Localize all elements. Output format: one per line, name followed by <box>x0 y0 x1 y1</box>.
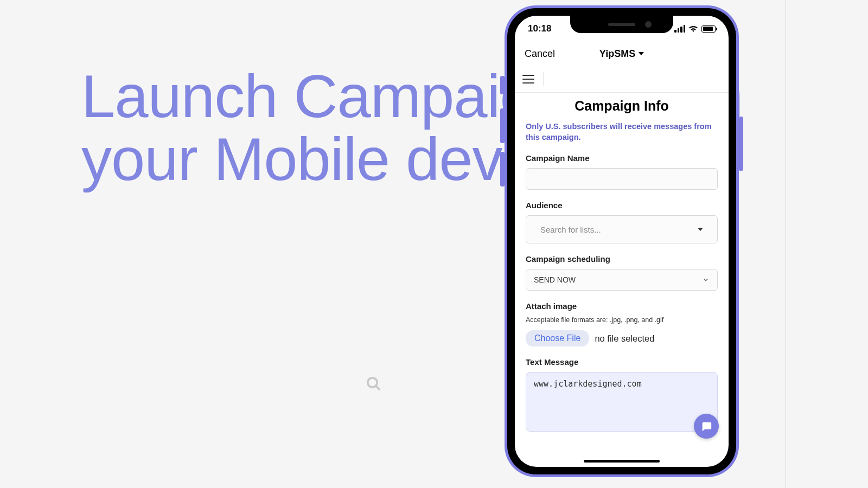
text-message-input[interactable] <box>526 372 718 432</box>
campaign-name-input[interactable] <box>526 168 718 190</box>
search-icon <box>366 376 382 394</box>
home-indicator <box>584 460 660 463</box>
status-time: 10:18 <box>528 23 551 34</box>
svg-line-1 <box>376 386 379 389</box>
caret-down-icon <box>698 228 703 231</box>
scheduling-label: Campaign scheduling <box>526 254 718 264</box>
choose-file-button[interactable]: Choose File <box>526 330 589 346</box>
file-status: no file selected <box>595 333 654 344</box>
scheduling-select[interactable]: SEND NOW <box>526 269 718 291</box>
cancel-button[interactable]: Cancel <box>525 48 555 60</box>
phone-mockup: 10:18 Cancel YipSMS <box>505 5 739 477</box>
hamburger-menu-icon[interactable] <box>522 75 534 84</box>
chat-icon <box>700 420 712 432</box>
phone-side-button <box>500 108 505 143</box>
attach-image-label: Attach image <box>526 301 718 311</box>
chat-widget-button[interactable] <box>694 414 719 439</box>
battery-icon <box>701 25 716 33</box>
audience-placeholder: Search for lists... <box>540 225 601 234</box>
app-header: Cancel YipSMS <box>515 42 729 66</box>
phone-side-button <box>739 117 743 171</box>
chevron-down-icon <box>702 276 710 284</box>
app-title-dropdown[interactable]: YipSMS <box>599 48 644 60</box>
audience-select[interactable]: Search for lists... <box>526 215 718 243</box>
scheduling-value: SEND NOW <box>534 275 576 284</box>
page-title: Campaign Info <box>526 98 718 114</box>
hero-headline: Launch Campaign's from your Mobile devic… <box>81 65 868 191</box>
campaign-name-label: Campaign Name <box>526 153 718 163</box>
text-message-label: Text Message <box>526 357 718 367</box>
signal-icon <box>674 25 685 33</box>
phone-side-button <box>500 76 505 94</box>
caret-down-icon <box>639 52 644 55</box>
phone-notch <box>570 16 673 33</box>
notice-text: Only U.S. subscribers will receive messa… <box>526 121 718 143</box>
audience-label: Audience <box>526 201 718 210</box>
phone-side-button <box>500 152 505 187</box>
wifi-icon <box>688 25 698 33</box>
attach-hint: Acceptable file formats are: .jpg, .png,… <box>526 316 718 324</box>
divider <box>543 72 544 86</box>
